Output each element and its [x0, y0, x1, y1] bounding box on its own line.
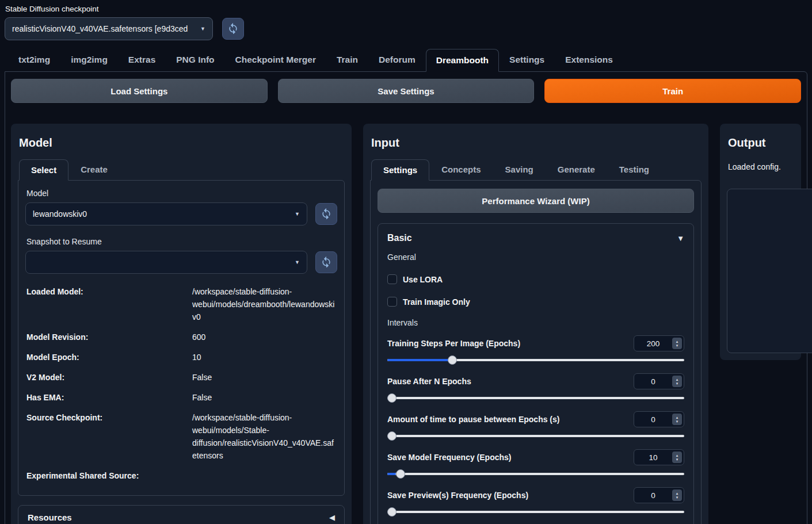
info-label: Model Epoch: — [25, 351, 192, 364]
train-imagic-checkbox[interactable] — [387, 297, 397, 307]
checkpoint-dropdown[interactable]: realisticVisionV40_v40VAE.safetensors [e… — [5, 17, 213, 40]
save-preview-freq-group: Save Preview(s) Frequency (Epochs) 0 ▴▾ — [387, 487, 684, 517]
tab-checkpoint-merger[interactable]: Checkpoint Merger — [225, 48, 326, 71]
model-dropdown[interactable]: lewandowskiv0 ▼ — [25, 202, 307, 225]
slider-handle[interactable] — [387, 507, 397, 517]
basic-accordion: Basic ▼ General Use LORA Train Imagic On… — [378, 223, 694, 524]
info-row-source-checkpoint: Source Checkpoint: /workspace/stable-dif… — [25, 411, 337, 462]
training-steps-slider[interactable] — [387, 355, 684, 365]
tab-create[interactable]: Create — [68, 159, 120, 180]
pause-epochs-slider[interactable] — [387, 393, 684, 403]
pause-time-slider[interactable] — [387, 431, 684, 441]
info-label: Has EMA: — [25, 391, 192, 404]
info-value: 600 — [192, 331, 337, 343]
checkpoint-label: Stable Diffusion checkpoint — [5, 5, 807, 13]
training-steps-group: Training Steps Per Image (Epochs) 200 ▴▾ — [387, 335, 684, 365]
slider-track — [387, 397, 684, 399]
info-label: Loaded Model: — [25, 285, 192, 323]
info-value: /workspace/stable-diffusion-webui/models… — [192, 411, 337, 462]
save-model-freq-label: Save Model Frequency (Epochs) — [387, 453, 512, 462]
tab-input-settings[interactable]: Settings — [371, 159, 429, 181]
tab-txt2img[interactable]: txt2img — [8, 48, 60, 71]
number-spinner[interactable]: ▴▾ — [672, 452, 682, 463]
spinner-down-icon[interactable]: ▾ — [676, 457, 678, 461]
tab-concepts[interactable]: Concepts — [429, 159, 493, 180]
settings-toolbar: Load Settings Save Settings Train — [11, 79, 801, 103]
slider-handle[interactable] — [387, 393, 397, 403]
use-lora-checkbox[interactable] — [387, 274, 397, 284]
number-spinner[interactable]: ▴▾ — [672, 414, 682, 425]
save-preview-freq-slider[interactable] — [387, 507, 684, 517]
spinner-down-icon[interactable]: ▾ — [676, 419, 678, 423]
tab-select[interactable]: Select — [19, 159, 68, 181]
info-label: Experimental Shared Source: — [25, 469, 192, 482]
tab-extras[interactable]: Extras — [118, 48, 166, 71]
tab-testing[interactable]: Testing — [607, 159, 661, 180]
pause-epochs-group: Pause After N Epochs 0 ▴▾ — [387, 373, 684, 403]
spinner-up-icon[interactable]: ▴ — [676, 453, 678, 457]
basic-accordion-title: Basic — [387, 233, 412, 243]
use-lora-label: Use LORA — [403, 275, 443, 284]
spinner-up-icon[interactable]: ▴ — [676, 339, 678, 343]
spinner-down-icon[interactable]: ▾ — [676, 381, 678, 385]
slider-handle[interactable] — [387, 431, 397, 441]
save-preview-freq-number-input[interactable]: 0 ▴▾ — [634, 487, 684, 503]
number-spinner[interactable]: ▴▾ — [672, 376, 682, 387]
input-panel: Input Settings Concepts Saving Generate … — [363, 124, 708, 524]
info-value: 10 — [192, 351, 337, 364]
refresh-model-button[interactable] — [315, 203, 337, 225]
load-settings-button[interactable]: Load Settings — [11, 79, 268, 103]
number-value: 200 — [634, 339, 672, 348]
performance-wizard-button[interactable]: Performance Wizard (WIP) — [378, 189, 694, 213]
tab-img2img[interactable]: img2img — [60, 48, 118, 71]
training-steps-label: Training Steps Per Image (Epochs) — [387, 339, 520, 348]
slider-handle[interactable] — [396, 469, 405, 479]
tab-png-info[interactable]: PNG Info — [166, 48, 224, 71]
tab-deforum[interactable]: Deforum — [368, 48, 426, 71]
refresh-snapshot-button[interactable] — [315, 251, 337, 273]
tab-train[interactable]: Train — [326, 48, 368, 71]
number-value: 0 — [634, 377, 672, 386]
model-panel-title: Model — [19, 136, 344, 150]
pause-epochs-number-input[interactable]: 0 ▴▾ — [634, 373, 684, 389]
training-steps-number-input[interactable]: 200 ▴▾ — [634, 335, 684, 351]
slider-track — [387, 435, 684, 437]
refresh-icon — [321, 256, 332, 269]
refresh-checkpoints-button[interactable] — [222, 18, 244, 40]
spinner-up-icon[interactable]: ▴ — [676, 377, 678, 381]
spinner-up-icon[interactable]: ▴ — [676, 415, 678, 419]
spinner-down-icon[interactable]: ▾ — [676, 343, 678, 347]
info-row-model-epoch: Model Epoch: 10 — [25, 351, 337, 364]
save-model-freq-slider[interactable] — [387, 469, 684, 479]
slider-handle[interactable] — [448, 355, 457, 365]
pause-epochs-label: Pause After N Epochs — [387, 377, 471, 386]
tab-generate[interactable]: Generate — [546, 159, 607, 180]
info-row-v2-model: V2 Model: False — [25, 371, 337, 384]
snapshot-dropdown[interactable]: ▼ — [25, 251, 307, 274]
tab-saving[interactable]: Saving — [493, 159, 546, 180]
output-textbox — [727, 189, 812, 353]
tab-extensions[interactable]: Extensions — [555, 48, 623, 71]
spinner-up-icon[interactable]: ▴ — [676, 491, 678, 495]
refresh-icon — [321, 208, 332, 221]
tab-dreambooth[interactable]: Dreambooth — [426, 49, 499, 72]
number-spinner[interactable]: ▴▾ — [672, 489, 682, 501]
spinner-down-icon[interactable]: ▾ — [676, 495, 678, 499]
train-button[interactable]: Train — [544, 79, 801, 103]
save-settings-button[interactable]: Save Settings — [278, 79, 535, 103]
number-spinner[interactable]: ▴▾ — [672, 338, 682, 349]
status-text: Loaded config. — [728, 162, 793, 171]
resources-accordion[interactable]: Resources ◀ — [18, 505, 345, 524]
use-lora-row: Use LORA — [387, 274, 684, 284]
save-model-freq-number-input[interactable]: 10 ▴▾ — [634, 449, 684, 465]
main-tab-bar: txt2img img2img Extras PNG Info Checkpoi… — [0, 48, 812, 71]
pause-time-number-input[interactable]: 0 ▴▾ — [634, 411, 684, 427]
info-value — [192, 469, 337, 482]
tab-settings[interactable]: Settings — [499, 48, 555, 71]
slider-fill — [387, 359, 449, 361]
model-dropdown-value: lewandowskiv0 — [33, 209, 289, 219]
slider-track — [387, 473, 684, 475]
quicksettings: Stable Diffusion checkpoint realisticVis… — [0, 0, 812, 40]
basic-accordion-header[interactable]: Basic ▼ — [387, 233, 684, 243]
checkpoint-dropdown-value: realisticVisionV40_v40VAE.safetensors [e… — [12, 24, 195, 33]
